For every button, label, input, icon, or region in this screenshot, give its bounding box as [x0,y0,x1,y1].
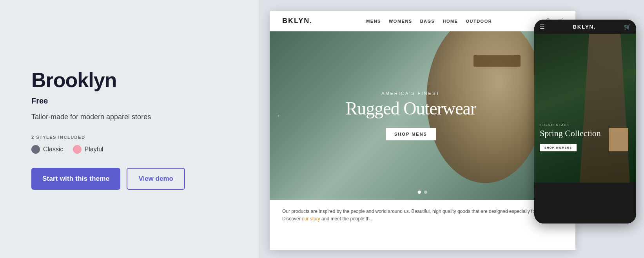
nav-outdoor: OUTDOOR [466,19,492,24]
mobile-inner: ☰ BKLYN. 🛒 FRESH START Spring Collection… [534,20,636,223]
theme-content-strip: Our products are inspired by the people … [270,200,575,231]
mobile-hero-cta-button[interactable]: SHOP WOMENS [540,144,577,151]
styles-row: Classic Playful [31,145,227,154]
hero-dot-1 [418,191,421,194]
nav-womens: WOMENS [389,19,412,24]
right-panel: BKLYN. MENS WOMENS BAGS HOME OUTDOOR 🔍 🛒… [259,0,644,258]
hero-dot-2 [424,191,427,194]
mobile-hero-subtitle: FRESH START [540,123,601,127]
classic-label: Classic [43,146,63,153]
hero-subtitle: AMERICA'S FINEST [346,91,476,96]
theme-description: Tailor-made for modern apparel stores [31,112,227,122]
nav-mens: MENS [366,19,381,24]
playful-label: Playful [85,146,103,153]
mobile-menu-icon: ☰ [540,24,545,30]
mobile-hero-content: FRESH START Spring Collection SHOP WOMEN… [540,123,601,151]
mobile-hero: FRESH START Spring Collection SHOP WOMEN… [534,34,636,183]
mobile-hero-title: Spring Collection [540,128,601,138]
styles-label: 2 STYLES INCLUDED [31,135,227,140]
nav-home: HOME [443,19,458,24]
content-link[interactable]: our story [302,216,320,222]
hero-content: AMERICA'S FINEST Rugged Outerwear SHOP M… [346,91,476,141]
content-text-2: and meet the people th... [321,216,374,222]
start-theme-button[interactable]: Start with this theme [31,168,120,190]
theme-nav-links: MENS WOMENS BAGS HOME OUTDOOR [366,19,492,24]
hero-left-arrow[interactable]: ← [276,112,283,120]
mobile-cart-icon: 🛒 [624,24,631,30]
theme-hero: AMERICA'S FINEST Rugged Outerwear SHOP M… [270,31,575,200]
hero-controls [418,191,427,194]
theme-price: Free [31,96,227,105]
view-demo-button[interactable]: View demo [127,168,185,190]
playful-dot [73,145,82,154]
mobile-preview: ☰ BKLYN. 🛒 FRESH START Spring Collection… [534,20,636,223]
desktop-preview: BKLYN. MENS WOMENS BAGS HOME OUTDOOR 🔍 🛒… [270,11,575,250]
buttons-row: Start with this theme View demo [31,168,227,190]
hero-main-title: Rugged Outerwear [346,99,476,119]
left-panel: Brooklyn Free Tailor-made for modern app… [0,0,259,258]
mobile-navbar: ☰ BKLYN. 🛒 [534,20,636,34]
theme-navbar: BKLYN. MENS WOMENS BAGS HOME OUTDOOR 🔍 🛒 [270,11,575,31]
style-option-classic[interactable]: Classic [31,145,63,154]
classic-dot [31,145,40,154]
hero-cta-button[interactable]: SHOP MENS [386,128,436,140]
style-option-playful[interactable]: Playful [73,145,103,154]
mobile-logo: BKLYN. [573,24,596,30]
theme-logo: BKLYN. [282,17,312,25]
theme-title: Brooklyn [31,68,227,92]
nav-bags: BAGS [420,19,435,24]
